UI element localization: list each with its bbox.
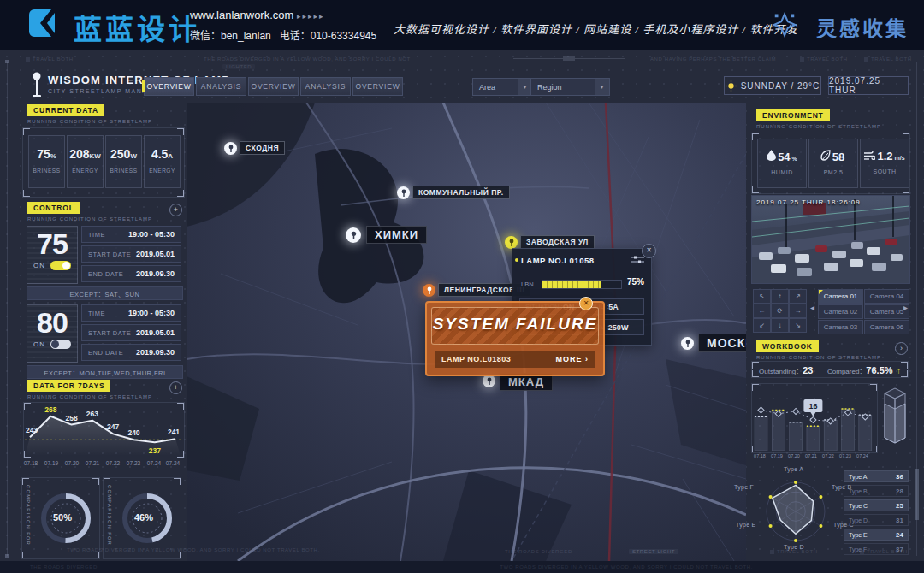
x-tick: 07.20: [62, 460, 82, 466]
tab-analysis-2[interactable]: ANALYSIS: [300, 77, 351, 96]
map-label[interactable]: КОММУНАЛЬНЫЙ ПР.: [412, 186, 510, 199]
city-map[interactable]: СХОДНЯ КОММУНАЛЬНЫЙ ПР. ХИМКИ ЗАВОДСКАЯ …: [187, 103, 746, 561]
alert-lamp-id: LAMP NO.L01803: [441, 355, 511, 363]
bar-value-tag: 16: [808, 402, 817, 411]
lamp-pin[interactable]: [483, 375, 495, 387]
pan-up-button[interactable]: ↑: [771, 289, 789, 304]
services-list: 大数据可视化设计 / 软件界面设计 / 网站建设 / 手机及小程序设计 / 软件…: [394, 21, 797, 37]
tab-overview-1[interactable]: OVERVIEW: [144, 77, 194, 96]
camera-03-button[interactable]: Camera 03: [818, 320, 863, 334]
alert-close-button[interactable]: ✕: [579, 297, 593, 310]
lamp-pin-icon: [400, 189, 407, 198]
line-chart: 243268258263247240237241: [25, 403, 181, 456]
type-row-b[interactable]: Type B28: [844, 485, 909, 497]
camera-prev-button[interactable]: ◂: [810, 303, 814, 312]
bar-tick: 07.23: [837, 453, 854, 458]
metric-card: 208KW ENERGY: [67, 135, 104, 188]
map-label[interactable]: СХОДНЯ: [240, 141, 285, 155]
bar-tick: 07.20: [785, 453, 803, 458]
scrollbar-thumb[interactable]: [915, 469, 919, 520]
lamp-pin-icon: [486, 377, 493, 386]
line-point-label: 243: [26, 426, 38, 434]
decor-bottom-3: STREET LIGHT: [629, 549, 678, 554]
decor-bottom-5: TRAVEL BOTH: [860, 549, 908, 554]
map-label[interactable]: ЗАВОДСКАЯ УЛ: [520, 235, 595, 249]
line-point-label: 237: [149, 446, 161, 455]
type-row-e[interactable]: Type E24: [844, 529, 909, 541]
tab-analysis-1[interactable]: ANALYSIS: [196, 77, 246, 96]
ruler-mark: [5, 60, 9, 63]
line-point-label: 258: [66, 414, 78, 422]
type-row-a[interactable]: Type A36: [844, 470, 909, 482]
area-select[interactable]: Area▼: [472, 78, 533, 96]
bar-tick: 07.21: [803, 453, 820, 458]
decor-bottom-1: TWO ROADS DIVERGED IN A YELLOW WOOD, AND…: [67, 547, 320, 552]
pan-right-button[interactable]: →: [789, 304, 807, 318]
region-select[interactable]: Region▼: [530, 78, 610, 96]
alert-title: SYSTEM FAILURE: [427, 315, 603, 334]
brightness-box-75: 75 ON: [27, 226, 78, 284]
time-row: TIME19:00 - 05:30: [81, 226, 181, 243]
pan-down-button[interactable]: ↓: [771, 318, 789, 333]
lamp-pin-failure[interactable]: [423, 284, 435, 297]
data7days-title: DATA FOR 7DAYS: [27, 380, 110, 392]
status-dot: [515, 258, 518, 262]
radar-axis-label: Type E: [736, 522, 756, 528]
lamp-pin[interactable]: [681, 337, 694, 350]
schedule-toggle-off[interactable]: [50, 340, 71, 349]
camera-01-button[interactable]: Camera 01: [818, 289, 863, 304]
tab-overview-3[interactable]: OVERVIEW: [352, 77, 403, 96]
start-date-row: START DATE2019.05.01: [81, 324, 181, 341]
decor-top-4: AND HAVING PERHAPS THE BETTER CLAIM: [650, 56, 776, 62]
lamp-pin-icon: [508, 239, 515, 247]
lbn-progress: [542, 280, 622, 289]
line-point-label: 263: [86, 410, 98, 418]
ruler-mark: [5, 554, 9, 558]
except-row: EXCEPT：MON,TUE,WED,THUR,FRI: [27, 365, 183, 379]
lamp-pin[interactable]: [224, 142, 237, 155]
website-url[interactable]: www.lanlanwork.com ▸▸▸▸▸: [190, 9, 325, 21]
camera-next-button[interactable]: ▸: [903, 303, 908, 312]
lamp-pin-icon: [684, 340, 691, 348]
decor-bottom-2: THE ROADS DIVERGED: [505, 549, 572, 554]
pan-left-button[interactable]: ←: [753, 304, 771, 318]
decor-top-3: LIGHTED: [222, 64, 255, 69]
brand-banner: 蓝蓝设计 www.lanlanwork.com ▸▸▸▸▸ 微信：ben_lan…: [0, 0, 924, 50]
workbook-more-button[interactable]: ›: [895, 342, 908, 355]
environment-title: ENVIRONMENT: [756, 109, 830, 121]
lamp-pin-icon: [350, 231, 358, 240]
type-row-c[interactable]: Type C25: [844, 499, 909, 511]
lamp-pin[interactable]: [346, 227, 361, 243]
schedule-toggle-on[interactable]: [50, 261, 71, 270]
lamp-pin-warning[interactable]: [505, 236, 518, 249]
pan-up-right-button[interactable]: ↗: [789, 289, 807, 304]
bottom-bar: THE ROADS DIVERGED TWO ROADS DIVERGED IN…: [0, 561, 924, 573]
pan-up-left-button[interactable]: ↖: [753, 289, 771, 304]
popup-close-button[interactable]: ✕: [642, 244, 656, 258]
line-point-label: 240: [127, 428, 139, 437]
pan-down-left-button[interactable]: ↙: [753, 318, 771, 333]
chevron-down-icon: ▼: [595, 79, 609, 95]
sliders-icon[interactable]: [631, 256, 644, 264]
more-button[interactable]: MORE ›: [556, 355, 589, 363]
collect-label[interactable]: 灵感收集: [816, 12, 909, 42]
tab-overview-2[interactable]: OVERVIEW: [248, 77, 299, 96]
alert-footer: LAMP NO.L01803 MORE ›: [435, 351, 595, 368]
pan-down-right-button[interactable]: ↘: [789, 318, 807, 333]
reset-view-button[interactable]: ⟳: [771, 304, 789, 318]
environment-subtitle: RUNNING CONDITION OF STREETLAMP: [756, 124, 881, 129]
map-label[interactable]: ХИМКИ: [366, 226, 427, 244]
lamp-pin[interactable]: [397, 186, 410, 199]
type-row-d[interactable]: Type D31: [844, 514, 909, 526]
decor-bar-right: TWO ROADS DIVERGED IN A YELLOW WOOD, AND…: [500, 564, 753, 570]
control-add-button[interactable]: +: [169, 204, 182, 216]
map-label[interactable]: МОСКВА: [698, 334, 746, 352]
x-tick: 07.19: [41, 460, 62, 466]
camera-02-button[interactable]: Camera 02: [818, 304, 863, 319]
camera-04-button[interactable]: Camera 04: [864, 289, 909, 304]
camera-feed[interactable]: 2019.07.25 THUR 18:26:09: [751, 195, 910, 284]
workbook-subtitle: RUNNING CONDITION OF STREETLAMP: [756, 355, 881, 360]
decor-bottom-4: TRAVEL BOTH: [770, 549, 818, 554]
data7days-add-button[interactable]: +: [169, 381, 182, 394]
camera-06-button[interactable]: Camera 06: [864, 320, 909, 334]
